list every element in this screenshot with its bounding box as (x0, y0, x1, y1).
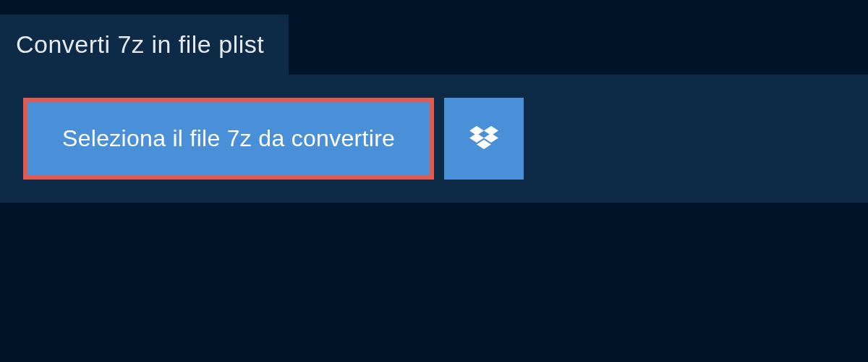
tab-label: Converti 7z in file plist (16, 30, 264, 58)
content-area: Seleziona il file 7z da convertire (0, 75, 868, 203)
dropbox-icon (469, 126, 498, 152)
select-file-label: Seleziona il file 7z da convertire (62, 125, 395, 151)
select-file-button[interactable]: Seleziona il file 7z da convertire (23, 98, 434, 180)
tab-container: Converti 7z in file plist (0, 0, 868, 75)
tab-convert[interactable]: Converti 7z in file plist (0, 14, 289, 75)
dropbox-button[interactable] (444, 98, 524, 180)
